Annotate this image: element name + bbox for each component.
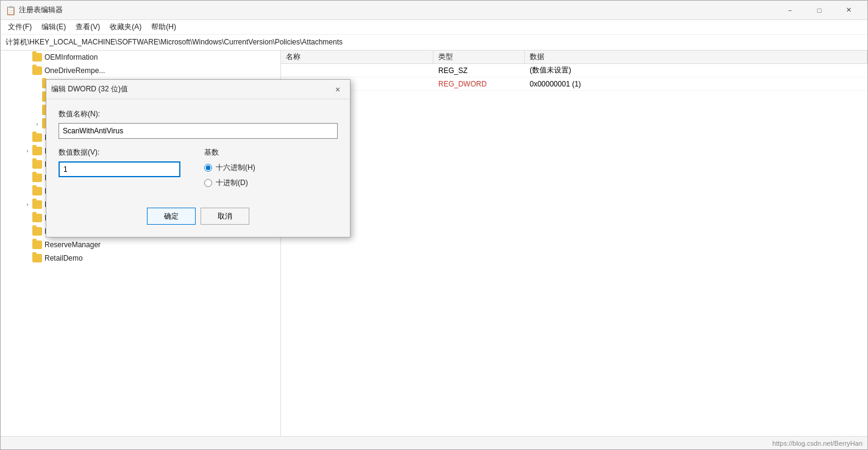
app-icon: 📋 <box>5 5 15 15</box>
folder-icon <box>32 66 42 75</box>
folder-icon <box>32 241 42 249</box>
dialog-title-text: 编辑 DWORD (32 位)值 <box>51 84 330 94</box>
address-bar: 计算机\HKEY_LOCAL_MACHINE\SOFTWARE\Microsof… <box>1 35 867 51</box>
menu-edit[interactable]: 编辑(E) <box>37 21 71 33</box>
tree-item-retaildemo[interactable]: RetailDemo <box>1 251 280 265</box>
title-bar: 📋 注册表编辑器 − □ ✕ <box>1 1 867 20</box>
dialog-data-row: 数值数据(V): 基数 十六进制(H) 十进制(D) <box>59 147 338 193</box>
menu-view[interactable]: 查看(V) <box>71 21 105 33</box>
folder-icon <box>32 254 42 262</box>
reg-cell-type-antivirus: REG_DWORD <box>433 80 525 88</box>
edit-dword-dialog: 编辑 DWORD (32 位)值 × 数值名称(N): 数值数据(V): 基数 … <box>46 79 350 237</box>
folder-icon <box>32 147 42 155</box>
status-bar: https://blog.csdn.net/BerryHan <box>1 436 867 449</box>
tree-expander <box>23 240 32 250</box>
tree-expander <box>23 227 32 236</box>
reg-cell-data-antivirus: 0x00000001 (1) <box>525 80 867 88</box>
reg-row-antivirus[interactable]: antiV... REG_DWORD 0x00000001 (1) <box>281 77 867 91</box>
folder-icon <box>32 200 42 209</box>
tree-expander <box>23 52 32 62</box>
dialog-body: 数值名称(N): 数值数据(V): 基数 十六进制(H) 十进制(D) <box>46 99 350 237</box>
tree-expander <box>23 253 32 263</box>
tree-item-label: ReserveManager <box>44 241 101 249</box>
tree-item-oeminformation[interactable]: OEMInformation <box>1 51 280 64</box>
radio-dec-label: 十进制(D) <box>216 178 248 188</box>
reg-cell-data: (数值未设置) <box>525 65 867 76</box>
tree-expander <box>32 93 42 102</box>
dialog-buttons: 确定 取消 <box>59 203 338 227</box>
menu-file[interactable]: 文件(F) <box>3 21 37 33</box>
right-content[interactable]: REG_SZ (数值未设置) antiV... REG_DWORD 0x0000… <box>281 64 867 436</box>
dialog-cancel-button[interactable]: 取消 <box>201 208 249 225</box>
tree-expander-precision: › <box>23 146 32 156</box>
col-header-data: 数据 <box>525 51 867 63</box>
tree-expander <box>23 133 32 142</box>
folder-icon <box>32 53 42 62</box>
tree-item-label: OEMInformation <box>44 53 98 62</box>
tree-expander-proximity: › <box>23 200 32 209</box>
status-bar-text: https://blog.csdn.net/BerryHan <box>772 440 863 447</box>
dialog-close-button[interactable]: × <box>330 82 345 97</box>
tree-expander <box>23 213 32 223</box>
folder-icon <box>32 160 42 169</box>
tree-item-reservemanager[interactable]: ReserveManager <box>1 238 280 251</box>
tree-expander-system: › <box>32 119 42 129</box>
dialog-data-label: 数值数据(V): <box>59 147 192 158</box>
tree-expander <box>32 79 42 89</box>
title-bar-text: 注册表编辑器 <box>19 5 776 15</box>
menu-favorites[interactable]: 收藏夹(A) <box>105 21 146 33</box>
maximize-button[interactable]: □ <box>805 1 833 20</box>
tree-expander <box>23 66 32 76</box>
col-header-type: 类型 <box>433 51 525 63</box>
dialog-data-input[interactable] <box>59 161 180 177</box>
menu-bar: 文件(F) 编辑(E) 查看(V) 收藏夹(A) 帮助(H) <box>1 20 867 35</box>
radio-hex-label: 十六进制(H) <box>216 163 255 173</box>
dialog-data-section: 数值数据(V): <box>59 147 192 193</box>
title-bar-controls: − □ ✕ <box>776 1 863 20</box>
radio-hex-row[interactable]: 十六进制(H) <box>204 163 338 173</box>
address-path: 计算机\HKEY_LOCAL_MACHINE\SOFTWARE\Microsof… <box>5 37 343 47</box>
dialog-base-section: 基数 十六进制(H) 十进制(D) <box>204 147 338 193</box>
folder-icon <box>32 187 42 195</box>
reg-cell-type: REG_SZ <box>433 66 525 75</box>
close-button[interactable]: ✕ <box>834 1 863 20</box>
tree-item-onedrive[interactable]: OneDriveRempe... <box>1 64 280 77</box>
folder-icon <box>32 227 42 236</box>
dialog-name-input[interactable] <box>59 123 338 139</box>
folder-icon <box>32 214 42 222</box>
right-pane-header: 名称 类型 数据 <box>281 51 867 64</box>
dialog-base-title: 基数 <box>204 147 338 158</box>
right-pane: 名称 类型 数据 REG_SZ (数值未设置) antiV... REG_DWO… <box>281 51 867 436</box>
tree-expander <box>23 160 32 169</box>
dialog-ok-button[interactable]: 确定 <box>147 208 196 225</box>
minimize-button[interactable]: − <box>776 1 804 20</box>
tree-expander <box>23 173 32 183</box>
tree-expander <box>23 186 32 196</box>
tree-item-label: OneDriveRempe... <box>44 66 105 75</box>
col-header-name: 名称 <box>281 51 433 63</box>
dialog-name-label: 数值名称(N): <box>59 109 338 119</box>
reg-row-default[interactable]: REG_SZ (数值未设置) <box>281 64 867 77</box>
radio-dec-row[interactable]: 十进制(D) <box>204 178 338 188</box>
folder-icon <box>32 133 42 142</box>
radio-dec[interactable] <box>204 179 212 187</box>
tree-item-label: RetailDemo <box>44 254 83 262</box>
tree-expander <box>32 106 42 116</box>
dialog-title-bar: 编辑 DWORD (32 位)值 × <box>46 80 350 99</box>
folder-icon <box>32 174 42 182</box>
radio-hex[interactable] <box>204 164 212 172</box>
menu-help[interactable]: 帮助(H) <box>146 21 181 33</box>
